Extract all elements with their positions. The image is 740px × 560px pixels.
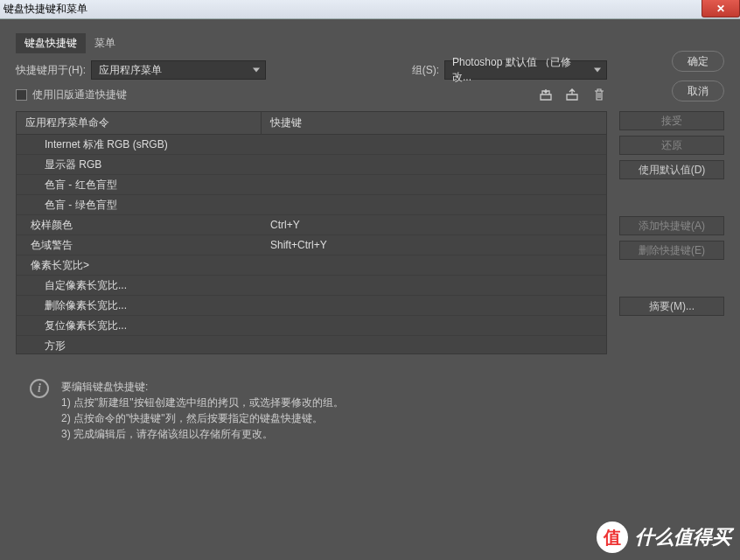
dropdown-row: 快捷键用于(H): 应用程序菜单 组(S): Photoshop 默认值 （已修…: [16, 60, 724, 80]
watermark-badge: 值: [597, 522, 628, 553]
cell-command: 删除像素长宽比...: [17, 298, 262, 313]
cell-command: 色盲 - 绿色盲型: [17, 198, 262, 213]
table-row[interactable]: 色盲 - 绿色盲型: [17, 195, 606, 215]
cell-command: 色盲 - 红色盲型: [17, 178, 262, 192]
save-set-button[interactable]: [539, 87, 555, 102]
table-body[interactable]: Internet 标准 RGB (sRGB)显示器 RGB色盲 - 红色盲型色盲…: [16, 134, 607, 354]
table-row[interactable]: 自定像素长宽比...: [17, 276, 606, 296]
titlebar: 键盘快捷键和菜单 ✕: [0, 0, 740, 19]
table-row[interactable]: 像素长宽比>: [17, 256, 606, 276]
cell-command: 像素长宽比>: [17, 258, 262, 273]
dialog-body: 确定 取消 键盘快捷键 菜单 快捷键用于(H): 应用程序菜单 组(S): Ph…: [0, 19, 740, 560]
main-area: 应用程序菜单命令 快捷键 Internet 标准 RGB (sRGB)显示器 R…: [16, 111, 724, 354]
action-buttons: 接受 还原 使用默认值(D) 添加快捷键(A) 删除快捷键(E) 摘要(M)..…: [619, 111, 724, 354]
save-icon: [539, 88, 555, 102]
shortcuts-for-value: 应用程序菜单: [99, 63, 162, 78]
ok-button[interactable]: 确定: [672, 51, 724, 72]
info-heading: 要编辑键盘快捷键:: [61, 379, 344, 395]
chevron-down-icon: [594, 68, 601, 73]
cell-shortcut[interactable]: Ctrl+Y: [262, 219, 606, 231]
info-panel: i 要编辑键盘快捷键: 1) 点按"新建组"按钮创建选中组的拷贝，或选择要修改的…: [16, 379, 724, 442]
info-line1: 1) 点按"新建组"按钮创建选中组的拷贝，或选择要修改的组。: [61, 395, 344, 410]
table-row[interactable]: 方形: [17, 336, 606, 354]
cell-command: 方形: [17, 339, 262, 354]
table-header: 应用程序菜单命令 快捷键: [16, 111, 607, 134]
shortcuts-for-label: 快捷键用于(H):: [16, 63, 86, 78]
tabs: 键盘快捷键 菜单: [16, 33, 724, 53]
cell-command: 复位像素长宽比...: [17, 318, 262, 333]
info-text: 要编辑键盘快捷键: 1) 点按"新建组"按钮创建选中组的拷贝，或选择要修改的组。…: [61, 379, 344, 442]
info-line3: 3) 完成编辑后，请存储该组以存储所有更改。: [61, 426, 344, 442]
set-value: Photoshop 默认值 （已修改...: [452, 55, 587, 85]
col-shortcut: 快捷键: [262, 112, 606, 134]
tab-menus[interactable]: 菜单: [86, 33, 124, 53]
cell-command: 自定像素长宽比...: [17, 278, 262, 293]
table-row[interactable]: Internet 标准 RGB (sRGB): [17, 135, 606, 155]
set-label: 组(S):: [412, 63, 439, 78]
table-row[interactable]: 色域警告Shift+Ctrl+Y: [17, 235, 606, 256]
tab-shortcuts[interactable]: 键盘快捷键: [16, 33, 86, 53]
table-row[interactable]: 删除像素长宽比...: [17, 296, 606, 316]
close-button[interactable]: ✕: [702, 0, 740, 18]
add-shortcut-button[interactable]: 添加快捷键(A): [619, 216, 724, 235]
watermark: 值 什么值得买: [597, 522, 731, 553]
info-line2: 2) 点按命令的"快捷键"列，然后按要指定的键盘快捷键。: [61, 410, 344, 426]
cell-command: 校样颜色: [17, 218, 262, 233]
cell-command: Internet 标准 RGB (sRGB): [17, 137, 262, 152]
delete-shortcut-button[interactable]: 删除快捷键(E): [619, 241, 724, 260]
shortcuts-for-select[interactable]: 应用程序菜单: [91, 60, 266, 80]
table-row[interactable]: 复位像素长宽比...: [17, 316, 606, 336]
legacy-row: 使用旧版通道快捷键: [16, 87, 724, 102]
table-row[interactable]: 显示器 RGB: [17, 155, 606, 175]
undo-button[interactable]: 还原: [619, 136, 724, 155]
watermark-text: 什么值得买: [635, 524, 731, 550]
col-command: 应用程序菜单命令: [17, 112, 262, 134]
table-row[interactable]: 色盲 - 红色盲型: [17, 175, 606, 195]
summary-button[interactable]: 摘要(M)...: [619, 297, 724, 316]
trash-icon: [593, 88, 605, 102]
use-default-button[interactable]: 使用默认值(D): [619, 160, 724, 179]
set-icons: [539, 87, 607, 102]
chevron-down-icon: [253, 68, 260, 73]
info-icon: i: [30, 379, 49, 398]
cell-shortcut[interactable]: Shift+Ctrl+Y: [262, 239, 606, 251]
legacy-checkbox[interactable]: [16, 89, 27, 101]
table-row[interactable]: 校样颜色Ctrl+Y: [17, 215, 606, 235]
window-title: 键盘快捷键和菜单: [3, 2, 87, 17]
legacy-label: 使用旧版通道快捷键: [32, 88, 127, 102]
shortcuts-table: 应用程序菜单命令 快捷键 Internet 标准 RGB (sRGB)显示器 R…: [16, 111, 607, 354]
close-icon: ✕: [716, 3, 725, 15]
dialog-buttons: 确定 取消: [672, 51, 724, 102]
set-select[interactable]: Photoshop 默认值 （已修改...: [444, 60, 607, 80]
cell-command: 显示器 RGB: [17, 158, 262, 172]
saveas-icon: [565, 88, 581, 102]
cell-command: 色域警告: [17, 238, 262, 253]
accept-button[interactable]: 接受: [619, 111, 724, 130]
cancel-button[interactable]: 取消: [672, 80, 724, 102]
new-set-button[interactable]: [565, 87, 581, 102]
delete-set-button[interactable]: [591, 87, 607, 102]
